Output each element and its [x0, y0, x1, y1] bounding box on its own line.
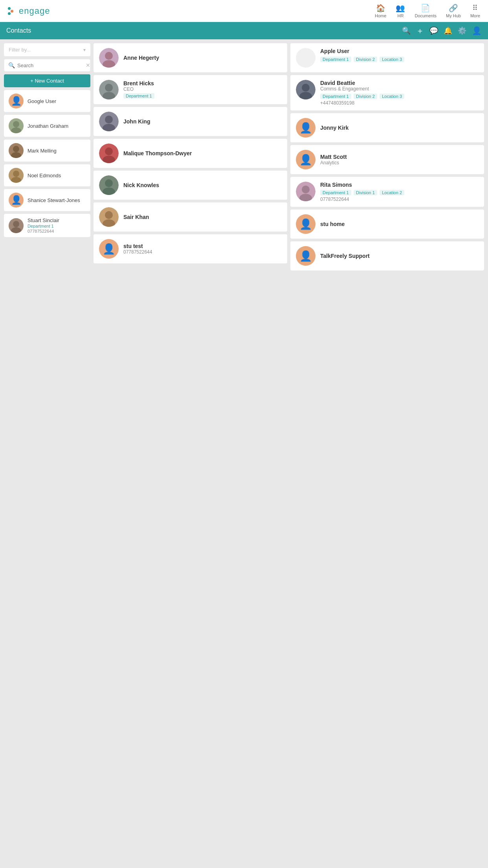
contact-card-sair-khan[interactable]: Sair Khan [94, 202, 287, 232]
page-title: Contacts [6, 27, 31, 34]
contact-name: TalkFreely Support [320, 253, 370, 259]
nav-hr[interactable]: 👥 HR [396, 4, 405, 18]
contact-name: Mark Melling [28, 148, 57, 154]
contact-card-stu-test[interactable]: 👤 stu test 07787522644 [94, 234, 287, 263]
filter-caret-icon: ▾ [83, 47, 86, 53]
logo[interactable]: engage [8, 6, 50, 16]
contact-tag-2: Location 3 [380, 57, 404, 62]
contact-tag-0: Department 1 [320, 57, 351, 62]
avatar [99, 112, 119, 131]
avatar: 👤 [296, 150, 316, 169]
svg-point-34 [302, 186, 310, 193]
svg-point-22 [105, 147, 113, 155]
contact-phone: 07787522644 [320, 197, 405, 202]
contact-tag: Department 1 [123, 93, 154, 99]
avatar [9, 168, 24, 183]
contact-name: Google User [28, 98, 56, 104]
svg-point-10 [13, 221, 19, 227]
sidebar: Filter by... ▾ 🔍 ✕ + New Contact 👤 Googl… [4, 43, 90, 237]
contact-card-brent-hicks[interactable]: Brent Hicks CEO Department 1 [94, 75, 287, 104]
svg-point-19 [105, 116, 113, 123]
avatar [99, 175, 119, 195]
contact-name: Sair Khan [123, 214, 149, 220]
avatar [99, 143, 119, 163]
contact-name: Rita Simons [320, 182, 405, 188]
svg-point-13 [105, 52, 113, 60]
contact-name: stu home [320, 221, 345, 227]
page-header: Contacts 🔍 ＋ 💬 🔔 ⚙️ 👤 [0, 22, 488, 39]
contact-tag-2: Location 3 [380, 94, 404, 99]
top-nav: engage 🏠 Home 👥 HR 📄 Documents 🔗 My Hub … [0, 0, 488, 22]
svg-point-16 [105, 84, 113, 92]
svg-point-7 [13, 171, 19, 177]
filter-bar[interactable]: Filter by... ▾ [4, 43, 90, 56]
contact-card-talkfreely[interactable]: 👤 TalkFreely Support [290, 241, 484, 270]
contact-name: Anne Hegerty [123, 55, 159, 61]
contact-name: John King [123, 118, 150, 125]
avatar [99, 48, 119, 68]
contact-card-apple-user[interactable]: Apple User Department 1 Division 2 Locat… [290, 43, 484, 72]
contact-role: Analytics [320, 160, 347, 166]
contact-role: Comms & Engagement [320, 86, 405, 92]
contact-role: CEO [123, 86, 154, 92]
sidebar-contact-mark-melling[interactable]: Mark Melling [4, 140, 90, 162]
add-icon[interactable]: ＋ [416, 26, 424, 36]
contact-name: Matt Scott [320, 154, 347, 160]
chat-icon[interactable]: 💬 [429, 26, 438, 35]
nav-myhub[interactable]: 🔗 My Hub [446, 4, 461, 18]
contact-card-rita-simons[interactable]: Rita Simons Department 1 Division 1 Loca… [290, 177, 484, 207]
contact-card-stu-home[interactable]: 👤 stu home [290, 210, 484, 239]
contact-phone: 07787522644 [123, 249, 152, 255]
contact-card-matt-scott[interactable]: 👤 Matt Scott Analytics [290, 145, 484, 174]
contact-name: Apple User [320, 48, 405, 54]
logo-text: engage [19, 6, 50, 16]
sidebar-contact-noel-edmonds[interactable]: Noel Edmonds [4, 164, 90, 186]
right-column: Apple User Department 1 Division 2 Locat… [290, 43, 484, 270]
contact-phone: 07787522644 [28, 229, 59, 234]
nav-documents[interactable]: 📄 Documents [415, 4, 437, 18]
sidebar-contact-shanice[interactable]: 👤 Shanice Stewart-Jones [4, 189, 90, 211]
svg-point-28 [105, 211, 113, 219]
contact-card-nick-knowles[interactable]: Nick Knowles [94, 171, 287, 200]
contact-card-john-king[interactable]: John King [94, 107, 287, 136]
user-avatar-icon[interactable]: 👤 [472, 26, 482, 35]
sidebar-contact-jonathan-graham[interactable]: Jonathan Graham [4, 115, 90, 137]
svg-point-31 [302, 84, 310, 92]
contact-name: Malique Thompson-Dwyer [123, 150, 192, 156]
contact-tag-1: Division 2 [354, 94, 377, 99]
contact-tag-0: Department 1 [320, 190, 351, 195]
contact-card-jonny-kirk[interactable]: 👤 Jonny Kirk [290, 113, 484, 142]
contact-name: Brent Hicks [123, 80, 154, 86]
nav-home[interactable]: 🏠 Home [375, 4, 386, 18]
clear-search-icon[interactable]: ✕ [86, 62, 90, 68]
contact-name: Nick Knowles [123, 182, 159, 188]
avatar: 👤 [9, 94, 24, 108]
contact-card-malique[interactable]: Malique Thompson-Dwyer [94, 139, 287, 168]
svg-point-4 [13, 146, 19, 152]
search-input[interactable] [17, 63, 83, 68]
contact-name: Jonny Kirk [320, 125, 349, 131]
settings-icon[interactable]: ⚙️ [458, 26, 466, 35]
contact-tag-0: Department 1 [320, 94, 351, 99]
avatar [296, 80, 316, 99]
avatar: 👤 [296, 246, 316, 266]
avatar: 👤 [296, 214, 316, 234]
bell-icon[interactable]: 🔔 [444, 26, 452, 35]
contact-tag-1: Division 2 [354, 57, 377, 62]
nav-more[interactable]: ⠿ More [470, 4, 480, 18]
sidebar-contact-google-user[interactable]: 👤 Google User [4, 90, 90, 112]
contact-card-anne-hegerty[interactable]: Anne Hegerty [94, 43, 287, 72]
contact-name: stu test [123, 243, 152, 249]
contact-tag-2: Location 2 [380, 190, 404, 195]
avatar: 👤 [296, 118, 316, 138]
avatar [99, 207, 119, 227]
new-contact-button[interactable]: + New Contact [4, 74, 90, 87]
search-header-icon[interactable]: 🔍 [402, 26, 411, 35]
contact-card-david-beattie[interactable]: David Beattie Comms & Engagement Departm… [290, 75, 484, 110]
avatar [9, 143, 24, 158]
contact-name: Shanice Stewart-Jones [28, 197, 80, 203]
filter-label: Filter by... [9, 47, 31, 53]
svg-point-1 [13, 121, 19, 127]
sidebar-contact-stuart-sinclair[interactable]: Stuart Sinclair Department 1 07787522644 [4, 214, 90, 237]
avatar [296, 48, 316, 68]
